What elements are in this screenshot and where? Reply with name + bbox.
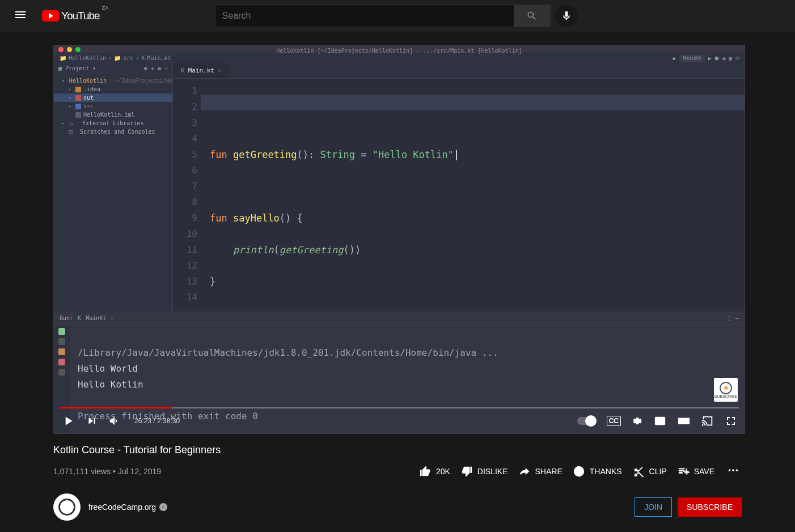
captions-button[interactable]: CC	[607, 416, 621, 426]
channel-watermark[interactable]: 🔥 SUBSCRIBE	[714, 378, 738, 402]
channel-name[interactable]: freeCodeCamp.org ✓	[88, 503, 167, 512]
search-input[interactable]	[215, 5, 514, 27]
dislike-button[interactable]: DISLIKE	[460, 465, 508, 478]
ide-code-editor: fun getGreeting(): String = "Hello Kotli…	[204, 79, 745, 312]
youtube-play-icon	[42, 10, 59, 22]
ide-breadcrumb: 📁HelloKotlin› 📁src› KMain.kt	[54, 53, 745, 63]
play-button[interactable]	[61, 414, 75, 428]
more-actions-button[interactable]	[725, 462, 742, 481]
country-code: ZA	[102, 5, 109, 11]
svg-point-5	[732, 469, 734, 471]
app-header: YouTube ZA	[0, 0, 795, 32]
join-button[interactable]: JOIN	[635, 497, 672, 517]
player-controls: 26:23 / 2:38:30 CC	[54, 408, 745, 433]
share-button[interactable]: SHARE	[518, 465, 563, 478]
volume-button[interactable]	[108, 415, 121, 427]
ide-toolbar: ▶ MainKt ▶⬢◉▦⟳	[673, 55, 740, 62]
next-button[interactable]	[86, 415, 98, 427]
fullscreen-button[interactable]	[724, 414, 738, 428]
channel-row: freeCodeCamp.org ✓ JOIN SUBSCRIBE	[53, 493, 742, 521]
verified-icon: ✓	[159, 503, 167, 511]
subscribe-button[interactable]: SUBSCRIBE	[678, 497, 742, 517]
svg-point-4	[729, 469, 731, 471]
clip-button[interactable]: CLIP	[632, 465, 667, 478]
hamburger-menu-button[interactable]	[9, 3, 32, 28]
channel-avatar[interactable]	[53, 493, 81, 521]
miniplayer-button[interactable]	[654, 415, 666, 427]
time-display: 26:23 / 2:38:30	[134, 417, 180, 425]
video-title: Kotlin Course - Tutorial for Beginners	[53, 444, 742, 456]
video-player[interactable]: HelloKotlin [~/IdeaProjects/HelloKotlin]…	[53, 45, 745, 434]
ide-project-sidebar: ▦ Project ▾ ⊕ ÷ ✿ — ▾HelloKotlin ~/IdeaP…	[54, 63, 173, 312]
autoplay-toggle[interactable]	[577, 417, 597, 425]
svg-rect-2	[679, 418, 689, 423]
svg-rect-1	[660, 421, 663, 424]
like-button[interactable]: 20K	[419, 465, 450, 478]
search-button[interactable]	[514, 5, 551, 27]
video-frame-content: HelloKotlin [~/IdeaProjects/HelloKotlin]…	[54, 46, 745, 433]
ide-editor-tab: KMain.kt×	[173, 63, 230, 78]
video-stats: 1,071,111 views • Jul 12, 2019	[53, 467, 161, 476]
cast-button[interactable]	[701, 415, 714, 427]
settings-button[interactable]	[631, 415, 644, 427]
theater-button[interactable]	[676, 415, 691, 427]
ide-window-title: HelloKotlin [~/IdeaProjects/HelloKotlin]…	[54, 48, 745, 54]
save-button[interactable]: SAVE	[677, 465, 714, 478]
youtube-logo-text: YouTube	[61, 10, 100, 22]
thanks-button[interactable]: THANKS	[573, 465, 622, 478]
voice-search-button[interactable]	[555, 5, 578, 27]
youtube-logo[interactable]: YouTube ZA	[42, 10, 108, 22]
svg-point-6	[736, 469, 738, 471]
